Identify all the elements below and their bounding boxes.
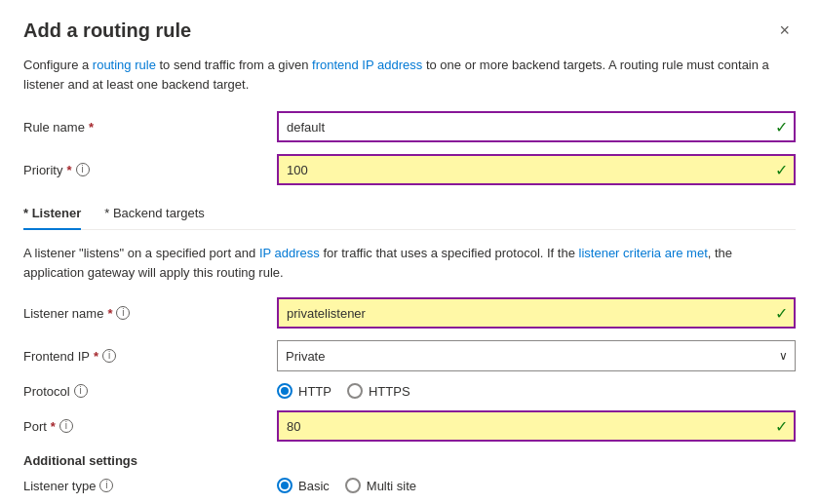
port-text: Port [23, 419, 47, 434]
protocol-http-label: HTTP [298, 384, 332, 399]
frontend-ip-required: * [94, 349, 98, 364]
listener-name-required: * [107, 306, 112, 321]
protocol-https-label: HTTPS [369, 384, 410, 399]
tab-backend-targets-label: * Backend targets [104, 206, 205, 220]
priority-row: Priority * i ✓ [23, 154, 796, 185]
listener-type-row: Listener type i Basic Multi site [23, 478, 796, 493]
frontend-ip-info-icon[interactable]: i [102, 349, 116, 363]
listener-name-row: Listener name * i ✓ [23, 297, 796, 329]
rule-name-required: * [89, 120, 94, 135]
protocol-https-option[interactable]: HTTPS [347, 383, 410, 399]
listener-type-multisite-option[interactable]: Multi site [345, 478, 416, 493]
frontend-ip-row: Frontend IP * i Private Public ∨ [23, 340, 796, 371]
listener-type-basic-label: Basic [298, 479, 330, 493]
additional-settings-title: Additional settings [23, 453, 796, 468]
port-check-icon: ✓ [775, 417, 788, 436]
listener-name-check-icon: ✓ [775, 304, 788, 323]
listener-criteria-link[interactable]: listener criteria are met [579, 246, 708, 260]
rule-name-input[interactable] [277, 111, 796, 142]
protocol-info-icon[interactable]: i [74, 384, 88, 398]
priority-text: Priority [23, 163, 62, 177]
port-required: * [51, 419, 56, 434]
port-input[interactable] [277, 410, 796, 442]
priority-required: * [66, 163, 71, 177]
rule-name-check-icon: ✓ [775, 118, 788, 136]
routing-rule-link[interactable]: routing rule [93, 58, 156, 72]
rule-name-row: Rule name * ✓ [23, 111, 796, 142]
ip-link[interactable]: IP address [259, 246, 320, 260]
port-label: Port * i [23, 419, 277, 434]
listener-type-multisite-label: Multi site [367, 479, 416, 493]
listener-type-basic-option[interactable]: Basic [277, 478, 330, 493]
listener-name-input[interactable] [277, 297, 796, 329]
tab-listener-label: * Listener [23, 206, 81, 220]
add-routing-rule-dialog: Add a routing rule × Configure a routing… [0, 0, 819, 504]
priority-input[interactable] [277, 154, 796, 185]
listener-name-input-wrap: ✓ [277, 297, 796, 329]
listener-tab-content: A listener "listens" on a specified port… [23, 244, 796, 504]
dialog-title: Add a routing rule [23, 19, 191, 42]
frontend-ip-label: Frontend IP * i [23, 349, 277, 364]
tab-backend-targets[interactable]: * Backend targets [104, 198, 205, 230]
tab-listener[interactable]: * Listener [23, 198, 81, 230]
rule-name-input-wrap: ✓ [277, 111, 796, 142]
listener-type-radio-group: Basic Multi site [277, 478, 796, 493]
port-row: Port * i ✓ [23, 410, 796, 442]
frontend-ip-text: Frontend IP [23, 349, 90, 364]
protocol-text: Protocol [23, 384, 70, 399]
priority-info-icon[interactable]: i [76, 163, 90, 176]
protocol-input-wrap: HTTP HTTPS [277, 383, 796, 399]
listener-name-text: Listener name [23, 306, 103, 321]
dialog-header: Add a routing rule × [23, 19, 796, 42]
protocol-label: Protocol i [23, 384, 277, 399]
rule-name-text: Rule name [23, 120, 85, 135]
priority-check-icon: ✓ [775, 161, 788, 179]
frontend-ip-select-wrap: Private Public ∨ [277, 340, 796, 371]
port-info-icon[interactable]: i [59, 419, 73, 433]
protocol-radio-group: HTTP HTTPS [277, 383, 796, 399]
tabs-row: * Listener * Backend targets [23, 197, 796, 230]
protocol-https-radio[interactable] [347, 383, 363, 399]
listener-type-basic-radio[interactable] [277, 478, 292, 493]
description-text: Configure a routing rule to send traffic… [23, 56, 796, 94]
priority-label: Priority * i [23, 163, 277, 177]
protocol-row: Protocol i HTTP HTTPS [23, 383, 796, 399]
protocol-http-option[interactable]: HTTP [277, 383, 332, 399]
priority-input-wrap: ✓ [277, 154, 796, 185]
listener-type-label: Listener type i [23, 479, 277, 493]
listener-type-input-wrap: Basic Multi site [277, 478, 796, 493]
listener-type-multisite-radio[interactable] [345, 478, 361, 493]
listener-name-info-icon[interactable]: i [116, 306, 130, 320]
close-button[interactable]: × [773, 19, 796, 41]
rule-name-label: Rule name * [23, 120, 277, 135]
listener-name-label: Listener name * i [23, 306, 277, 321]
frontend-ip-select[interactable]: Private Public [277, 340, 796, 371]
protocol-http-radio[interactable] [277, 383, 292, 399]
listener-type-text: Listener type [23, 479, 96, 493]
listener-description: A listener "listens" on a specified port… [23, 244, 796, 282]
port-input-wrap: ✓ [277, 410, 796, 442]
frontend-ip-link[interactable]: frontend IP address [312, 58, 422, 72]
listener-type-info-icon[interactable]: i [99, 479, 113, 492]
